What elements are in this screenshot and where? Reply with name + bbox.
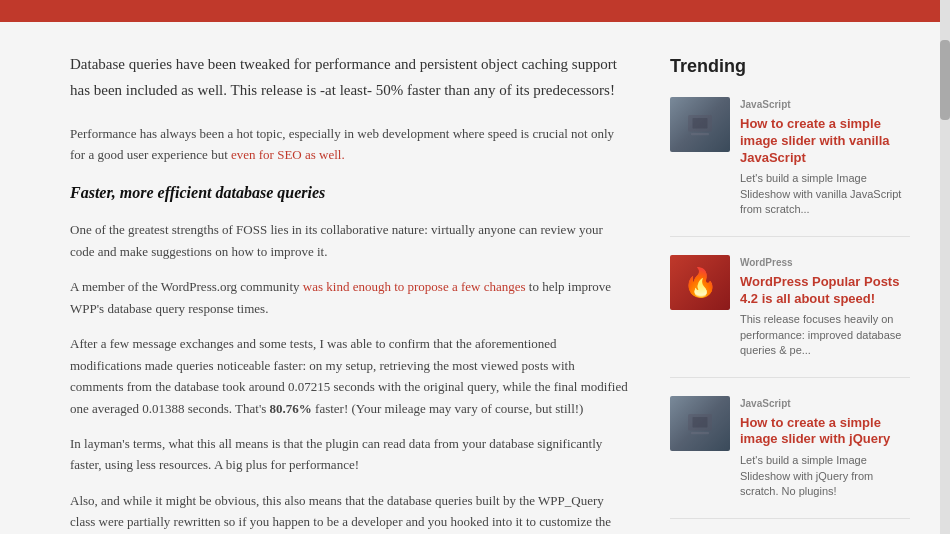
trending-item-title-2[interactable]: WordPress Popular Posts 4.2 is all about… xyxy=(740,274,910,308)
trending-item-desc-3: Let's build a simple Image Slideshow wit… xyxy=(740,453,910,499)
thumb-icon-3 xyxy=(670,396,730,451)
trending-thumb-3 xyxy=(670,396,730,451)
para3: A member of the WordPress.org community … xyxy=(70,276,630,319)
scrollbar-thumb[interactable] xyxy=(940,40,950,120)
trending-thumb-1 xyxy=(670,97,730,152)
page-wrapper: Database queries have been tweaked for p… xyxy=(0,22,950,534)
trending-item-1: JavaScript How to create a simple image … xyxy=(670,97,910,237)
flame-icon: 🔥 xyxy=(670,255,730,310)
seo-link[interactable]: even for SEO as well. xyxy=(231,147,345,162)
trending-category-3: JavaScript xyxy=(740,396,910,412)
propose-link[interactable]: was kind enough to propose a few changes xyxy=(303,279,526,294)
para3-text: A member of the WordPress.org community xyxy=(70,279,303,294)
top-bar xyxy=(0,0,950,22)
trending-item-title-1[interactable]: How to create a simple image slider with… xyxy=(740,116,910,167)
trending-item-desc-2: This release focuses heavily on performa… xyxy=(740,312,910,358)
svg-rect-2 xyxy=(693,118,708,129)
trending-item-3: JavaScript How to create a simple image … xyxy=(670,396,910,519)
section-heading: Faster, more efficient database queries xyxy=(70,180,630,206)
trending-category-1: JavaScript xyxy=(740,97,910,113)
intro-paragraph: Database queries have been tweaked for p… xyxy=(70,52,630,103)
trending-item-2: 🔥 WordPress WordPress Popular Posts 4.2 … xyxy=(670,255,910,378)
para1: Performance has always been a hot topic,… xyxy=(70,123,630,166)
svg-rect-1 xyxy=(691,133,709,135)
trending-category-2: WordPress xyxy=(740,255,910,271)
trending-info-3: JavaScript How to create a simple image … xyxy=(740,396,910,500)
para6: Also, and while it might be obvious, thi… xyxy=(70,490,630,534)
para4-end: faster! (Your mileage may vary of course… xyxy=(312,401,584,416)
para4-bold: 80.76% xyxy=(270,401,312,416)
sidebar: Trending JavaScript How to create a simp… xyxy=(670,52,910,534)
main-content: Database queries have been tweaked for p… xyxy=(70,52,630,534)
trending-info-2: WordPress WordPress Popular Posts 4.2 is… xyxy=(740,255,910,359)
para4: After a few message exchanges and some t… xyxy=(70,333,630,419)
para2: One of the greatest strengths of FOSS li… xyxy=(70,219,630,262)
trending-item-desc-1: Let's build a simple Image Slideshow wit… xyxy=(740,171,910,217)
para5: In layman's terms, what this all means i… xyxy=(70,433,630,476)
trending-title: Trending xyxy=(670,52,910,81)
scrollbar-track[interactable] xyxy=(940,0,950,534)
thumb-icon-1 xyxy=(670,97,730,152)
trending-thumb-2: 🔥 xyxy=(670,255,730,310)
trending-info-1: JavaScript How to create a simple image … xyxy=(740,97,910,218)
trending-item-title-3[interactable]: How to create a simple image slider with… xyxy=(740,415,910,449)
svg-rect-5 xyxy=(693,417,708,428)
svg-rect-4 xyxy=(691,432,709,434)
